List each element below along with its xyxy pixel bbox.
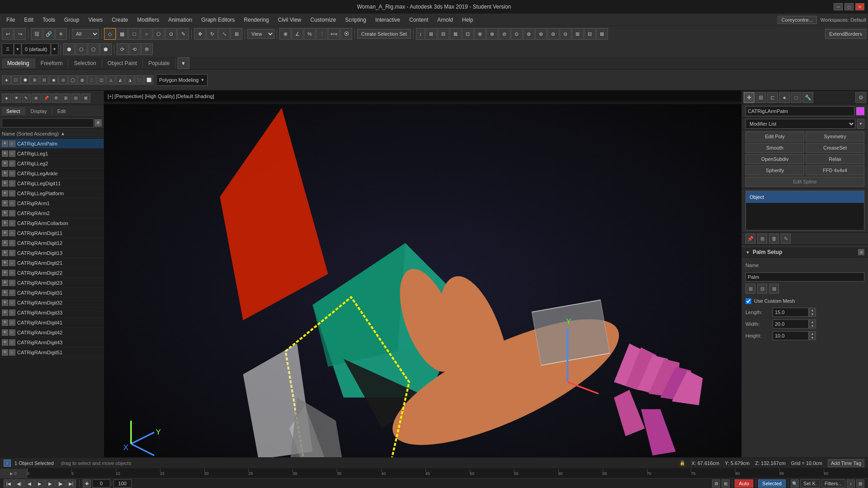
undo-button[interactable]: ↩	[2, 28, 14, 40]
lp-more3[interactable]: ⊠	[81, 94, 90, 103]
rpanel-tab-display[interactable]: □	[791, 92, 802, 103]
menu-group[interactable]: Group	[60, 15, 84, 25]
tab-freeform[interactable]: Freeform	[35, 58, 69, 68]
auto-key-button[interactable]: Auto	[735, 479, 753, 488]
list-item[interactable]: 👁▷CATRigLLegDigit11	[0, 178, 104, 188]
obj-vis-icon[interactable]: 👁	[2, 210, 8, 216]
obj-vis-icon[interactable]: 👁	[2, 220, 8, 226]
close-button[interactable]: ✕	[855, 3, 864, 10]
tb-btn-9[interactable]: ⊚	[523, 28, 535, 40]
layer-expand[interactable]: ▼	[14, 43, 21, 55]
obj-vis-icon[interactable]: 👁	[2, 339, 8, 346]
menu-rendering[interactable]: Rendering	[239, 15, 273, 25]
pm-btn-5[interactable]: ⊟	[40, 75, 49, 84]
tb-btn-8[interactable]: ⊙	[511, 28, 523, 40]
rpanel-wrench[interactable]: ⚙	[855, 92, 866, 103]
tb-btn-6[interactable]: ⊗	[486, 28, 498, 40]
width-spinner[interactable]: ▲ ▼	[809, 319, 816, 328]
pm-btn-15[interactable]: ⬛	[135, 75, 144, 84]
lasso-select-button[interactable]: ⊙	[165, 28, 177, 40]
obj-lock-icon[interactable]: ▷	[9, 349, 15, 356]
create-selection-set-button[interactable]: Create Selection Set	[357, 29, 411, 39]
obj-lock-icon[interactable]: ▷	[9, 270, 15, 276]
ffd4x4x4-button[interactable]: FFD 4x4x4	[806, 165, 864, 175]
modifier-list-arrow[interactable]: ▼	[857, 119, 864, 129]
lp-edit-icon[interactable]: ✎	[22, 94, 31, 103]
timeline-bar[interactable]: ▶ 0 051015202530354045505560657075808590	[0, 469, 868, 479]
sub-toolbar-extra[interactable]: ▼	[178, 57, 189, 69]
obj-lock-icon[interactable]: ▷	[9, 160, 15, 167]
menu-help[interactable]: Help	[458, 15, 478, 25]
lp-filter-icon[interactable]: ⊕	[32, 94, 41, 103]
spherify-button[interactable]: Spherify	[745, 165, 804, 175]
poly-btn-1[interactable]: ⬢	[63, 43, 75, 55]
pm-btn-14[interactable]: ◮	[125, 75, 134, 84]
pm-btn-10[interactable]: ◌	[87, 75, 96, 84]
obj-lock-icon[interactable]: ▷	[9, 300, 15, 306]
configure-button[interactable]: ✎	[781, 234, 791, 244]
list-item[interactable]: 👁▷CATRigRArmDigit41	[0, 318, 104, 328]
pm-btn-6[interactable]: ◉	[49, 75, 58, 84]
tb-btn-7[interactable]: ⊘	[499, 28, 510, 40]
obj-vis-icon[interactable]: 👁	[2, 260, 8, 266]
maximize-button[interactable]: □	[844, 3, 854, 10]
obj-lock-icon[interactable]: ▷	[9, 260, 15, 266]
select-scale-button[interactable]: ⤡	[218, 28, 230, 40]
timeline-extra2[interactable]: ⊞	[856, 479, 864, 488]
menu-create[interactable]: Create	[107, 15, 132, 25]
obj-lock-icon[interactable]: ▷	[9, 200, 15, 206]
menu-interactive[interactable]: Interactive	[371, 15, 405, 25]
pm-btn-11[interactable]: ◫	[97, 75, 106, 84]
playback-prev-key[interactable]: ◀|	[14, 479, 24, 488]
timeline-frames[interactable]: 051015202530354045505560657075808590	[27, 469, 868, 478]
tb-btn-15[interactable]: ⊠	[596, 28, 608, 40]
object-name-input[interactable]	[745, 106, 854, 116]
add-time-tag-button[interactable]: Add Time Tag	[828, 459, 864, 467]
obj-lock-icon[interactable]: ▷	[9, 250, 15, 256]
select-by-name-button[interactable]: ▦	[116, 28, 128, 40]
tb-btn-10[interactable]: ⊛	[535, 28, 547, 40]
list-item[interactable]: 👁▷CATRigRArmDigit33	[0, 308, 104, 318]
tb-btn-13[interactable]: ⊞	[572, 28, 584, 40]
obj-vis-icon[interactable]: 👁	[2, 180, 8, 187]
crease-set-button[interactable]: CreaseSet	[806, 143, 864, 153]
layer-dropdown-arrow[interactable]: ▼	[51, 43, 58, 55]
menu-civil-view[interactable]: Civil View	[274, 15, 306, 25]
pm-btn-2[interactable]: ⬡	[11, 75, 20, 84]
lp-select-icon[interactable]: ◈	[2, 94, 11, 103]
rpanel-tab-create[interactable]: ✚	[744, 92, 755, 103]
lp-more1[interactable]: ⊞	[61, 94, 71, 103]
timeline-extra1[interactable]: ↕	[847, 479, 855, 488]
length-input[interactable]	[773, 308, 809, 317]
circle-select-button[interactable]: ○	[141, 28, 152, 40]
timeline-settings2[interactable]: ⊞	[722, 479, 730, 488]
palm-icon-3[interactable]: ⊠	[769, 284, 779, 294]
list-item[interactable]: 👁▷CATRigRArmCollarbon	[0, 218, 104, 228]
menu-tools[interactable]: Tools	[38, 15, 60, 25]
height-up[interactable]: ▲	[809, 332, 816, 336]
remove-mod-button[interactable]: 🗑	[769, 234, 779, 244]
pm-btn-3[interactable]: ⬢	[21, 75, 30, 84]
anim-btn-1[interactable]: ⟳	[117, 43, 128, 55]
tab-selection[interactable]: Selection	[68, 58, 102, 68]
pm-btn-13[interactable]: ◭	[116, 75, 125, 84]
list-item[interactable]: 👁▷CATRigRArmDigit23	[0, 278, 104, 288]
select-rotate-button[interactable]: ↻	[206, 28, 218, 40]
align-button[interactable]: ⦿	[340, 28, 352, 40]
list-item[interactable]: 👁▷CATRigRArmDigit22	[0, 268, 104, 278]
obj-lock-icon[interactable]: ▷	[9, 339, 15, 346]
obj-vis-icon[interactable]: 👁	[2, 170, 8, 177]
obj-lock-icon[interactable]: ▷	[9, 280, 15, 286]
rect-select-button[interactable]: □	[128, 28, 140, 40]
obj-lock-icon[interactable]: ▷	[9, 150, 15, 157]
width-up[interactable]: ▲	[809, 320, 816, 324]
menu-file[interactable]: File	[2, 15, 19, 25]
obj-vis-icon[interactable]: 👁	[2, 230, 8, 236]
menu-modifiers[interactable]: Modifiers	[132, 15, 164, 25]
tab-display[interactable]: Display	[26, 107, 52, 115]
angle-snap-button[interactable]: ∠	[292, 28, 303, 40]
playback-play[interactable]: ▶	[35, 479, 45, 488]
obj-vis-icon[interactable]: 👁	[2, 329, 8, 336]
list-item[interactable]: 👁▷CATRigRArmDigit21	[0, 258, 104, 268]
playback-next-key[interactable]: |▶	[56, 479, 66, 488]
